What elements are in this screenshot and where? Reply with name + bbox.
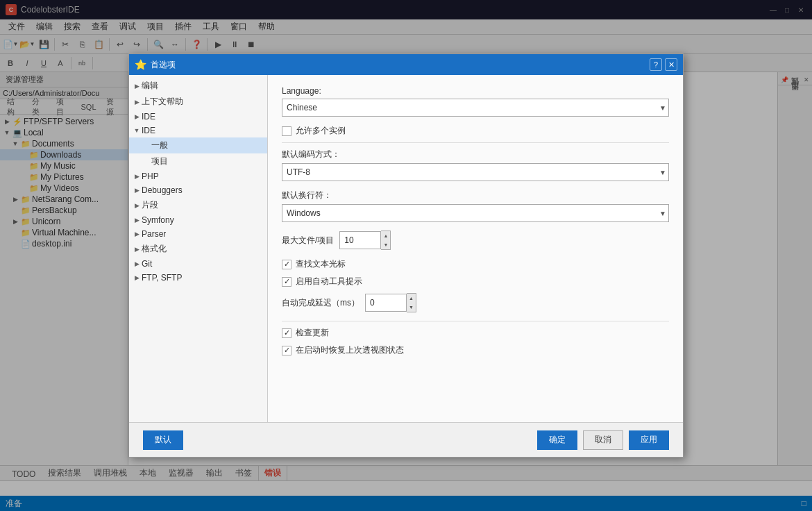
dtree-symfony[interactable]: ▶ Symfony bbox=[129, 213, 267, 227]
dialog-titlebar: ⭐ 首选项 ? ✕ bbox=[129, 54, 683, 75]
dtree-ide-expanded[interactable]: ▼ IDE bbox=[129, 124, 267, 137]
git-arrow-icon: ▶ bbox=[132, 260, 142, 267]
footer-right: 确定 取消 应用 bbox=[537, 430, 669, 450]
divider-2 bbox=[282, 321, 669, 321]
auto-complete-wrap: ▲ ▼ bbox=[365, 293, 416, 312]
dtree-parser[interactable]: ▶ Parser bbox=[129, 227, 267, 241]
footer-left: 默认 bbox=[143, 430, 183, 450]
language-select[interactable]: Chinese bbox=[282, 99, 669, 117]
check-updates-row: 检查更新 bbox=[282, 327, 669, 339]
dtree-ide-collapsed[interactable]: ▶ IDE bbox=[129, 110, 267, 124]
dtree-debuggers[interactable]: ▶ Debuggers bbox=[129, 183, 267, 197]
language-label: Language: bbox=[282, 86, 669, 96]
dtree-context-help[interactable]: ▶ 上下文帮助 bbox=[129, 94, 267, 110]
newline-row: 默认换行符： Windows ▼ bbox=[282, 190, 669, 222]
auto-complete-spinner: ▲ ▼ bbox=[407, 293, 416, 312]
dialog-footer: 默认 确定 取消 应用 bbox=[129, 422, 683, 457]
find-cursor-row: 查找文本光标 bbox=[282, 258, 669, 270]
max-files-row: 最大文件/项目 ▲ ▼ bbox=[282, 231, 669, 250]
preferences-dialog: ⭐ 首选项 ? ✕ ▶ 编辑 ▶ 上下文帮助 bbox=[128, 53, 684, 458]
restore-layout-checkbox[interactable] bbox=[282, 346, 291, 355]
ftp-sftp-arrow-icon: ▶ bbox=[132, 274, 142, 281]
dtree-project[interactable]: 项目 bbox=[129, 153, 267, 169]
max-files-spin-up[interactable]: ▲ bbox=[381, 231, 390, 240]
cancel-button[interactable]: 取消 bbox=[583, 430, 623, 450]
ide-window: C CodelobsterIDE — □ ✕ 文件 编辑 搜索 查看 调试 项目… bbox=[0, 0, 812, 511]
encoding-select-wrap: UTF-8 ▼ bbox=[282, 163, 669, 181]
auto-tooltip-label: 启用自动工具提示 bbox=[296, 276, 362, 287]
newline-label: 默认换行符： bbox=[282, 190, 669, 201]
dialog-title: ⭐ 首选项 bbox=[135, 59, 176, 71]
find-cursor-label: 查找文本光标 bbox=[296, 258, 346, 270]
check-updates-label: 检查更新 bbox=[296, 327, 329, 339]
dtree-general[interactable]: 一般 bbox=[129, 137, 267, 153]
parser-arrow-icon: ▶ bbox=[132, 231, 142, 237]
ok-button[interactable]: 确定 bbox=[537, 430, 577, 450]
dialog-settings: Language: Chinese ▼ 允许多个实例 bbox=[268, 75, 683, 422]
dialog-body: ▶ 编辑 ▶ 上下文帮助 ▶ IDE ▼ IDE bbox=[129, 75, 683, 422]
allow-multiple-checkbox[interactable] bbox=[282, 126, 291, 136]
dtree-edit[interactable]: ▶ 编辑 bbox=[129, 78, 267, 94]
ide-collapsed-arrow-icon: ▶ bbox=[132, 113, 142, 120]
max-files-wrap: ▲ ▼ bbox=[339, 231, 391, 250]
max-files-spin-down[interactable]: ▼ bbox=[381, 240, 390, 249]
dialog-help-button[interactable]: ? bbox=[650, 58, 662, 71]
dtree-snippets[interactable]: ▶ 片段 bbox=[129, 197, 267, 213]
auto-tooltip-checkbox[interactable] bbox=[282, 277, 291, 287]
default-button[interactable]: 默认 bbox=[143, 430, 183, 450]
language-select-wrap: Chinese ▼ bbox=[282, 99, 669, 117]
auto-complete-spin-down[interactable]: ▼ bbox=[407, 303, 416, 312]
auto-tooltip-row: 启用自动工具提示 bbox=[282, 276, 669, 287]
snippets-arrow-icon: ▶ bbox=[132, 202, 142, 209]
newline-select[interactable]: Windows bbox=[282, 204, 669, 222]
auto-complete-spin-up[interactable]: ▲ bbox=[407, 294, 416, 303]
restore-layout-label: 在启动时恢复上次透视图状态 bbox=[296, 344, 404, 356]
encoding-select[interactable]: UTF-8 bbox=[282, 163, 669, 181]
auto-complete-row: 自动完成延迟（ms） ▲ ▼ bbox=[282, 293, 669, 312]
divider-1 bbox=[282, 142, 669, 143]
encoding-label: 默认编码方式： bbox=[282, 149, 669, 160]
max-files-label: 最大文件/项目 bbox=[282, 235, 334, 246]
context-help-arrow-icon: ▶ bbox=[132, 99, 142, 106]
dtree-git[interactable]: ▶ Git bbox=[129, 257, 267, 271]
debuggers-arrow-icon: ▶ bbox=[132, 187, 142, 194]
allow-multiple-label: 允许多个实例 bbox=[296, 125, 346, 137]
max-files-spinner: ▲ ▼ bbox=[381, 231, 391, 250]
encoding-row: 默认编码方式： UTF-8 ▼ bbox=[282, 149, 669, 181]
dialog-title-icon: ⭐ bbox=[135, 59, 146, 70]
edit-arrow-icon: ▶ bbox=[132, 83, 142, 90]
language-row: Language: Chinese ▼ bbox=[282, 86, 669, 117]
apply-button[interactable]: 应用 bbox=[629, 430, 669, 450]
dtree-format[interactable]: ▶ 格式化 bbox=[129, 241, 267, 257]
check-updates-checkbox[interactable] bbox=[282, 328, 291, 338]
newline-select-wrap: Windows ▼ bbox=[282, 204, 669, 222]
max-files-input[interactable] bbox=[339, 231, 381, 249]
dialog-title-text: 首选项 bbox=[151, 59, 176, 71]
php-arrow-icon: ▶ bbox=[132, 173, 142, 180]
dtree-ftp-sftp[interactable]: ▶ FTP, SFTP bbox=[129, 271, 267, 285]
dtree-php[interactable]: ▶ PHP bbox=[129, 169, 267, 183]
auto-complete-label: 自动完成延迟（ms） bbox=[282, 297, 360, 309]
allow-multiple-row: 允许多个实例 bbox=[282, 125, 669, 137]
modal-overlay: ⭐ 首选项 ? ✕ ▶ 编辑 ▶ 上下文帮助 bbox=[0, 0, 812, 511]
dialog-close-button[interactable]: ✕ bbox=[665, 58, 677, 71]
dialog-controls: ? ✕ bbox=[650, 58, 677, 71]
symfony-arrow-icon: ▶ bbox=[132, 217, 142, 224]
format-arrow-icon: ▶ bbox=[132, 246, 142, 253]
restore-layout-row: 在启动时恢复上次透视图状态 bbox=[282, 344, 669, 356]
find-cursor-checkbox[interactable] bbox=[282, 260, 291, 269]
ide-expanded-arrow-icon: ▼ bbox=[132, 127, 142, 134]
dialog-tree: ▶ 编辑 ▶ 上下文帮助 ▶ IDE ▼ IDE bbox=[129, 75, 268, 422]
auto-complete-input[interactable] bbox=[365, 294, 407, 312]
